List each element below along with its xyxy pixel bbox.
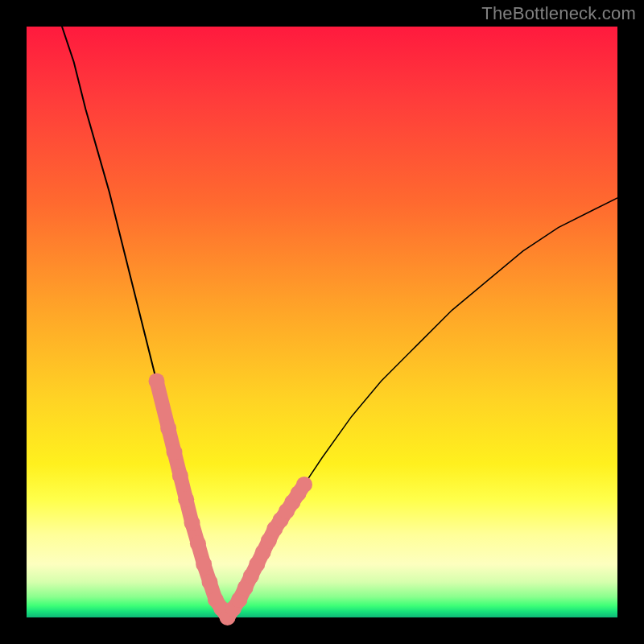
plot-area	[27, 27, 617, 617]
bead-dot	[184, 515, 200, 531]
bead-dot	[172, 468, 188, 484]
curve-svg	[27, 27, 617, 617]
outer-frame: TheBottleneck.com	[0, 0, 644, 644]
watermark-text: TheBottleneck.com	[481, 3, 636, 24]
bead-dot	[202, 574, 218, 590]
left-branch-curve	[62, 27, 228, 617]
bead-segment-left	[157, 381, 240, 617]
bead-dot	[296, 477, 312, 493]
bead-dot	[190, 535, 206, 551]
bead-dot	[178, 491, 194, 507]
bead-dot	[149, 373, 165, 389]
bead-dot	[160, 420, 176, 436]
bead-dots	[149, 373, 313, 625]
bead-dot	[167, 444, 183, 460]
bead-dot	[196, 556, 212, 572]
right-branch-curve	[228, 198, 617, 617]
